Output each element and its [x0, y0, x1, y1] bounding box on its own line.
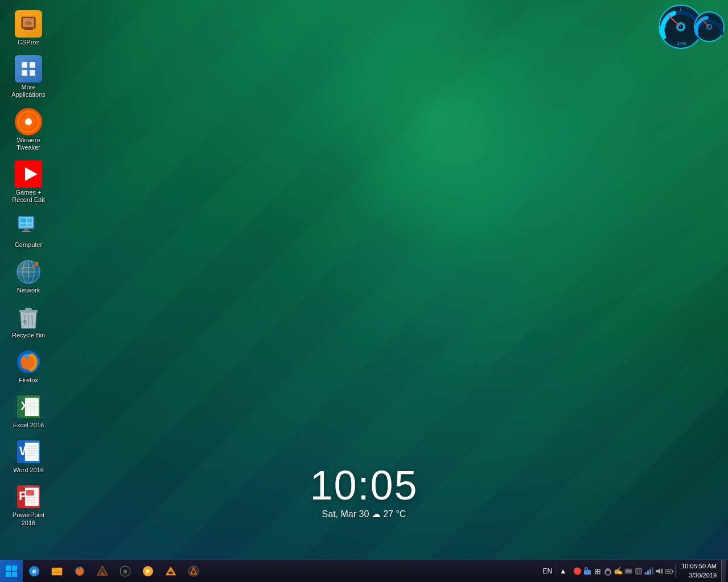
tray-icon-5[interactable]: ✍ [614, 567, 623, 576]
desktop-icon-csproz[interactable]: CS CSProz [6, 8, 51, 48]
svg-rect-112 [649, 569, 651, 575]
system-tray: ▲ 🔴 ⊞ ✍ [558, 564, 674, 578]
svg-text:⚙: ⚙ [123, 569, 127, 575]
tray-volume-icon[interactable] [655, 567, 664, 576]
svg-line-101 [606, 568, 607, 569]
tray-icon-7[interactable] [634, 567, 643, 576]
svg-text:♻: ♻ [23, 319, 27, 324]
svg-text:P: P [19, 489, 27, 503]
svg-rect-83 [53, 571, 61, 571]
powerpoint-label: PowerPoint 2016 [8, 511, 49, 526]
desktop-icon-network[interactable]: Network [6, 256, 51, 296]
svg-rect-78 [12, 572, 17, 577]
tray-expand[interactable]: ▲ [558, 567, 567, 576]
svg-text:X: X [20, 399, 29, 413]
svg-rect-84 [53, 572, 61, 573]
svg-rect-76 [12, 566, 17, 571]
taskbar-date: 3/30/2019 [681, 571, 717, 580]
desktop-icon-computer[interactable]: Computer [6, 210, 51, 251]
desktop-icon-powerpoint[interactable]: P PowerPoint 2016 [6, 481, 51, 529]
tray-battery-icon[interactable] [665, 567, 674, 576]
svg-text:▲: ▲ [101, 571, 105, 575]
firefox-label: Firefox [19, 377, 38, 384]
svg-rect-82 [52, 568, 56, 569]
svg-rect-116 [667, 571, 671, 572]
taskbar-clock[interactable]: 10:05:50 AM 3/30/2019 [677, 562, 721, 580]
taskbar-explorer[interactable] [46, 560, 68, 582]
language-indicator[interactable]: EN [540, 567, 556, 575]
desktop-icons-container: CS CSProz More Applications [0, 0, 85, 512]
network-label: Network [17, 287, 40, 294]
svg-rect-18 [20, 224, 26, 226]
svg-point-99 [605, 569, 611, 575]
show-desktop-button[interactable] [721, 560, 726, 583]
svg-rect-3 [24, 28, 33, 30]
svg-rect-16 [20, 218, 26, 222]
tray-icon-3[interactable]: ⊞ [593, 567, 602, 576]
svg-rect-113 [652, 567, 653, 575]
winaero-label: Winaero Tweaker [8, 137, 49, 151]
games-label: Games + Record Edit [8, 189, 49, 204]
desktop-icon-firefox[interactable]: Firefox [6, 346, 51, 386]
taskbar-vlc[interactable] [160, 560, 182, 582]
svg-rect-75 [6, 566, 11, 571]
taskbar-music[interactable] [137, 560, 159, 582]
word-label: Word 2016 [13, 467, 44, 474]
svg-point-9 [25, 118, 32, 125]
taskbar-arma[interactable]: ▲ [92, 560, 113, 582]
taskbar-programs: e ▲ [23, 560, 537, 583]
svg-text:e: e [32, 567, 36, 575]
svg-text:-14%: -14% [676, 41, 686, 46]
svg-rect-4 [22, 62, 27, 68]
svg-rect-77 [6, 572, 11, 577]
svg-rect-110 [645, 572, 647, 575]
desktop-icon-winaero[interactable]: Winaero Tweaker [6, 106, 51, 154]
svg-line-102 [609, 568, 610, 569]
taskbar-arma3[interactable] [183, 560, 204, 582]
weather-temp: 27 °C [383, 509, 406, 519]
svg-rect-94 [170, 571, 172, 572]
svg-line-30 [32, 315, 32, 326]
tray-icon-4[interactable] [603, 567, 612, 576]
computer-label: Computer [15, 241, 42, 249]
tray-icon-2[interactable] [583, 567, 592, 576]
taskbar: e ▲ [0, 559, 728, 582]
svg-rect-15 [22, 231, 31, 232]
svg-rect-27 [25, 308, 32, 310]
clock-widget: 10:05 Sat, Mar 30 ☁ 27 °C [310, 462, 418, 519]
tray-icon-1[interactable]: 🔴 [573, 567, 582, 576]
svg-rect-6 [22, 70, 27, 76]
svg-rect-104 [626, 570, 631, 572]
svg-rect-57 [26, 490, 34, 496]
svg-rect-5 [30, 62, 35, 68]
clock-date: Sat, Mar 30 [322, 509, 369, 519]
csproz-label: CSProz [18, 39, 39, 46]
excel-label: Excel 2016 [13, 422, 44, 429]
weather-icon: ☁ [372, 509, 383, 519]
taskbar-firefox[interactable] [69, 560, 91, 582]
clock-date-weather: Sat, Mar 30 ☁ 27 °C [310, 509, 418, 519]
desktop-icon-excel[interactable]: X Excel 2016 [6, 391, 51, 431]
taskbar-right: EN ▲ 🔴 ⊞ [537, 560, 728, 583]
taskbar-ie[interactable]: e [23, 560, 45, 582]
svg-rect-117 [672, 571, 673, 572]
tray-separator-1 [557, 564, 557, 578]
svg-rect-14 [24, 229, 28, 231]
more-applications-label: More Applications [8, 84, 49, 98]
taskbar-arma2[interactable]: ⚙ [114, 560, 136, 582]
recycle-bin-label: Recycle Bin [12, 332, 45, 339]
svg-rect-105 [636, 568, 641, 574]
speedometer-widget[interactable]: -14% [657, 3, 725, 56]
tray-icon-6[interactable] [624, 567, 633, 576]
desktop-icon-more-applications[interactable]: More Applications [6, 53, 51, 101]
taskbar-time: 10:05:50 AM [681, 562, 717, 571]
desktop-icon-word[interactable]: W Word 2016 [6, 436, 51, 476]
tray-separator-2 [570, 564, 570, 578]
desktop-icon-games[interactable]: Games + Record Edit [6, 158, 51, 206]
desktop-icon-recycle-bin[interactable]: ♻ Recycle Bin [6, 301, 51, 341]
start-button[interactable] [0, 560, 23, 583]
tray-network-icon[interactable] [644, 567, 653, 576]
svg-rect-19 [27, 224, 32, 226]
svg-marker-114 [656, 568, 660, 574]
tray-separator-3 [675, 564, 676, 578]
